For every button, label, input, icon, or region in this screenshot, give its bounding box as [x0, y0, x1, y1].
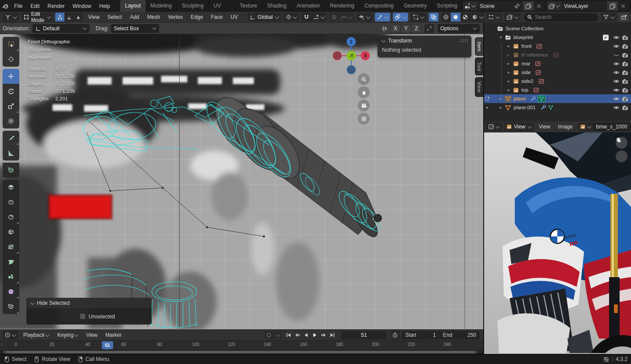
tool-select-box[interactable] — [3, 37, 19, 52]
camera-toggle-icon[interactable] — [620, 34, 629, 41]
outliner-row-front[interactable]: ▸front — [484, 42, 631, 50]
tool-annotate[interactable] — [3, 131, 19, 146]
image-menu-view[interactable]: View — [535, 121, 554, 132]
use-preview-range-toggle[interactable] — [390, 331, 400, 339]
xray-toggle[interactable] — [429, 13, 438, 21]
snap-target-dropdown[interactable] — [311, 13, 327, 21]
auto-key-dropdown[interactable] — [274, 331, 282, 339]
tool-knife[interactable] — [3, 239, 19, 254]
jump-start-button[interactable] — [285, 331, 292, 339]
viewport-3d[interactable]: Front Orthographic (51) plane Millimeter… — [0, 34, 483, 329]
mode-dropdown[interactable]: Edit Mode — [21, 13, 53, 21]
orientation-setting-dropdown[interactable]: Default — [32, 24, 89, 33]
tool-edge-slide[interactable] — [3, 299, 19, 314]
outliner-row-scene-collection[interactable]: Scene Collection — [484, 24, 631, 33]
camera-toggle-icon[interactable] — [620, 43, 629, 50]
image-menu-image[interactable]: Image — [554, 121, 577, 132]
outliner-row-plane[interactable]: ▸plane — [484, 94, 631, 103]
shading-rendered-button[interactable] — [470, 13, 485, 21]
expand-icon[interactable]: ▸ — [506, 61, 512, 66]
timeline-menu-playback[interactable]: Playback — [19, 329, 53, 341]
outliner-row-side2[interactable]: ▸side2 — [484, 77, 631, 86]
viewlayer-duplicate-button[interactable] — [607, 1, 618, 11]
scene-name-field[interactable]: Scene — [477, 1, 523, 11]
tool-extrude[interactable] — [3, 180, 19, 195]
eye-icon[interactable] — [612, 34, 620, 41]
new-collection-button[interactable] — [619, 13, 629, 21]
expand-icon[interactable]: ▸ — [498, 96, 504, 101]
tool-bevel[interactable] — [3, 210, 19, 225]
select-mode-edge[interactable] — [64, 13, 74, 21]
timeline-scrollbar[interactable] — [4, 351, 477, 353]
menu-help[interactable]: Help — [95, 0, 114, 12]
collection-checkbox[interactable]: ✓ — [603, 35, 609, 40]
options-dropdown[interactable]: Options — [438, 24, 480, 33]
show-gizmos-dropdown[interactable] — [375, 13, 390, 21]
tool-add-cube[interactable] — [3, 163, 19, 178]
viewport-menu-uv[interactable]: UV — [227, 11, 242, 23]
workspace-tab-sculpting[interactable]: Sculpting — [177, 0, 209, 12]
outliner-editor-type-button[interactable] — [486, 13, 502, 21]
play-rev-button[interactable] — [302, 331, 310, 339]
eye-icon[interactable] — [612, 61, 620, 67]
viewlayer-type-button[interactable] — [547, 1, 561, 11]
timeline-scroll-track[interactable] — [0, 350, 483, 354]
timeline-menu-view[interactable]: View — [82, 329, 101, 341]
eye-icon[interactable] — [612, 87, 620, 93]
viewport-menu-select[interactable]: Select — [103, 11, 126, 23]
tool-inset[interactable] — [3, 195, 19, 210]
playhead[interactable]: 51 — [102, 341, 113, 349]
expand-icon[interactable]: ▾ — [498, 35, 504, 39]
tool-smooth[interactable] — [3, 284, 19, 299]
image-datablock-button[interactable] — [578, 122, 593, 131]
menu-render[interactable]: Render — [43, 0, 68, 12]
scene-type-button[interactable] — [463, 1, 477, 11]
outliner-row-irl-reference[interactable]: ▸irl reference — [484, 50, 631, 59]
pivot-point-dropdown[interactable] — [284, 13, 299, 21]
expand-icon[interactable]: ▸ — [506, 88, 512, 92]
operator-collapse-icon[interactable] — [30, 300, 35, 305]
jump-end-button[interactable] — [328, 331, 336, 339]
snap-toggle[interactable] — [302, 13, 311, 21]
gizmo-extra-dropdown[interactable] — [411, 13, 426, 21]
image-editor-canvas[interactable]: S1000 RR — [484, 132, 631, 354]
zoom-button[interactable] — [358, 73, 370, 85]
camera-toggle-icon[interactable] — [620, 52, 629, 58]
outliner-display-mode-button[interactable] — [504, 13, 520, 21]
tool-transform[interactable] — [3, 114, 19, 128]
camera-toggle-icon[interactable] — [620, 104, 629, 111]
show-overlays-dropdown[interactable] — [393, 13, 408, 21]
tool-scale[interactable] — [3, 99, 19, 114]
ortho-grid-button[interactable] — [358, 113, 370, 125]
scene-duplicate-button[interactable] — [523, 1, 534, 11]
workspace-tab-texture-paint[interactable]: Texture Paint — [235, 0, 262, 12]
viewport-menu-vertex[interactable]: Vertex — [164, 11, 187, 23]
sidebar-tab-item[interactable]: Item — [475, 37, 483, 56]
expand-icon[interactable]: ▸ — [506, 44, 512, 48]
expand-icon[interactable]: ▸ — [506, 70, 512, 75]
key-next-button[interactable] — [320, 331, 328, 339]
outliner-row-rear[interactable]: ▸rear — [484, 59, 631, 68]
workspace-tab-layout[interactable]: Layout — [120, 0, 146, 12]
snap-base-button[interactable] — [424, 24, 434, 33]
proportional-falloff-dropdown[interactable] — [339, 13, 354, 21]
eye-icon[interactable] — [612, 96, 620, 102]
camera-toggle-icon[interactable] — [620, 78, 629, 85]
camera-toggle-icon[interactable] — [620, 87, 629, 93]
viewport-menu-view[interactable]: View — [84, 11, 103, 23]
timeline-expand-icon[interactable]: › — [1, 342, 2, 346]
tool-loop-cut[interactable] — [3, 225, 19, 239]
drag-setting-dropdown[interactable]: Select Box — [111, 24, 159, 33]
sidebar-tab-view[interactable]: View — [475, 77, 483, 97]
panel-collapse-icon[interactable] — [381, 38, 386, 43]
workspace-tab-shading[interactable]: Shading — [262, 0, 292, 12]
outliner-row-plane-001[interactable]: ▸plane.001 — [484, 103, 631, 112]
viewport-menu-mesh[interactable]: Mesh — [143, 11, 164, 23]
mirror-icon[interactable] — [381, 25, 388, 32]
viewport-menu-edge[interactable]: Edge — [187, 11, 207, 23]
expand-icon[interactable]: ▸ — [506, 53, 512, 57]
mirror-axis-y[interactable]: Y — [401, 24, 411, 33]
outliner-row-side[interactable]: ▸side — [484, 68, 631, 77]
eye-icon[interactable] — [612, 69, 620, 76]
workspace-tab-compositing[interactable]: Compositing — [360, 0, 399, 12]
